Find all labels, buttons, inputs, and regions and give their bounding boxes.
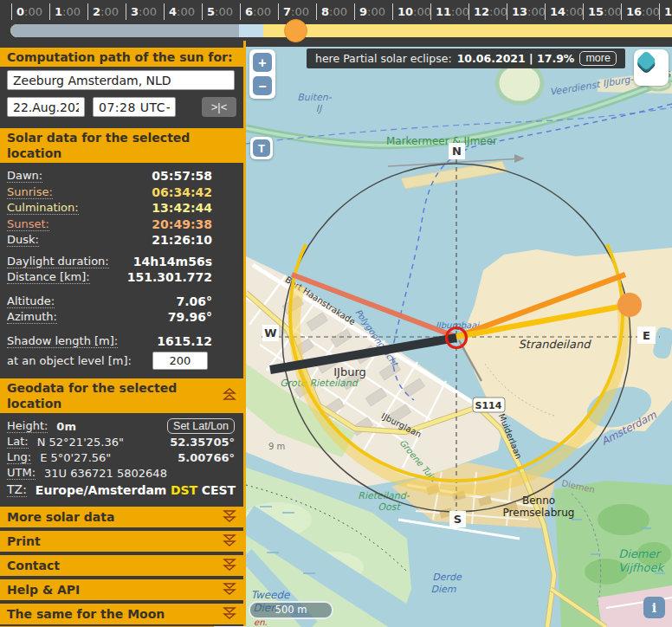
dusk-value: 21:26:10 <box>152 233 212 247</box>
eclipse-tooltip: here Partial solar eclipse: 10.06.2021 |… <box>307 48 625 68</box>
svg-text:Buiten-: Buiten- <box>297 92 333 103</box>
svg-text:IJburg: IJburg <box>333 365 366 378</box>
timeline-tick <box>659 3 660 20</box>
accordion-help-api[interactable]: Help & API <box>0 579 243 600</box>
accordion-label: Print <box>7 534 223 548</box>
sunset-value: 20:49:38 <box>152 217 212 231</box>
svg-text:Diemer: Diemer <box>618 547 662 560</box>
accordion-moon[interactable]: The same for the Moon <box>0 604 243 624</box>
timeline-label: 16:00 <box>626 5 660 18</box>
terrain-button[interactable]: T <box>253 139 270 157</box>
azimuth-row: Azimuth: 79.96° <box>0 309 243 326</box>
accordion-contact[interactable]: Contact <box>0 555 243 576</box>
accordion-label: More solar data <box>7 510 223 524</box>
set-now-button[interactable]: >|< <box>202 97 236 117</box>
computation-title: Computation path of the sun for: <box>7 49 236 65</box>
timeline-tick <box>507 3 507 20</box>
timeline-label: 0:00 <box>16 5 42 18</box>
time-slider-handle[interactable] <box>284 19 307 42</box>
timeline-tick <box>126 3 126 20</box>
date-input[interactable] <box>7 97 85 117</box>
tz-abbr: CEST <box>202 483 236 497</box>
dawn-value: 05:57:58 <box>152 169 212 183</box>
svg-text:W: W <box>264 326 276 339</box>
accordion-more-solar-data[interactable]: More solar data <box>0 507 243 527</box>
sun-disc[interactable] <box>617 293 642 317</box>
road-badge-s114: S114 <box>473 398 505 412</box>
distance-row: Distance [km]: 151.301.772 <box>0 269 243 286</box>
sunrise-label: Sunrise: <box>7 185 53 199</box>
timeline-tick <box>545 3 546 20</box>
timeline-tick <box>240 3 241 20</box>
timeline-label: 1:00 <box>55 5 81 18</box>
timeline-tick <box>49 3 50 20</box>
sunset-row: Sunset: 20:49:38 <box>0 217 243 233</box>
time-input[interactable] <box>93 97 176 117</box>
timeline-label: 15:00 <box>588 5 622 18</box>
altitude-row: Altitude: 7.06° <box>0 294 243 310</box>
more-button[interactable]: more <box>579 51 616 66</box>
eclipse-tooltip-value: 10.06.2021 | 17.9% <box>457 52 575 65</box>
svg-text:Vijfhoek: Vijfhoek <box>618 561 666 574</box>
lat-label: Lat: <box>7 435 29 449</box>
geodata-header[interactable]: Geodata for the selected location <box>0 378 243 413</box>
zoom-out-button[interactable]: − <box>253 76 272 95</box>
timeline-label: 6:00 <box>245 5 271 18</box>
utm-row: UTM: 31U 636721 5802648 <box>0 465 243 481</box>
timeline-label: 4:00 <box>169 5 195 18</box>
time-slider-track[interactable] <box>10 24 672 37</box>
sunset-label: Sunset: <box>7 217 49 231</box>
lng-row: Lng: E 5°0'27.56" 5.00766° <box>0 449 243 465</box>
svg-text:Oost: Oost <box>378 501 401 513</box>
map[interactable]: Buiten- IJ Veerdienst IJburg-Pampus Mark… <box>246 41 672 627</box>
svg-text:S114: S114 <box>475 400 502 411</box>
chevron-down-icon <box>223 509 236 526</box>
accordion-print[interactable]: Print <box>0 531 243 552</box>
timeline-label: 11:00 <box>436 5 469 18</box>
dusk-row: Dusk: 21:26:10 <box>0 232 243 249</box>
lat-dms: N 52°21'25.36" <box>37 436 124 449</box>
tz-row: TZ: Europe/Amsterdam DST CEST <box>0 481 243 499</box>
height-row: Height: 0m Set Lat/Lon <box>0 418 243 434</box>
eclipse-tooltip-prefix: here Partial solar eclipse: <box>315 52 452 65</box>
dusk-label: Dusk: <box>7 233 39 247</box>
culmination-value: 13:42:44 <box>152 201 212 215</box>
dawn-label: Dawn: <box>7 169 42 183</box>
timeline-label: 14:00 <box>550 5 584 18</box>
daylight-label: Daylight duration: <box>7 255 109 268</box>
zoom-in-button[interactable]: + <box>253 53 272 72</box>
chevron-down-icon <box>223 606 236 623</box>
sunrise-value: 06:34:42 <box>152 185 212 199</box>
zoom-control: + − <box>249 49 275 99</box>
tz-label: TZ: <box>7 482 27 497</box>
scale-bar: 500 m <box>249 601 333 619</box>
terrain-control: T <box>250 137 273 159</box>
night-track-segment <box>10 24 239 37</box>
accordion-label: Contact <box>7 559 223 572</box>
timeline-label: 17:00 <box>664 5 672 18</box>
location-input[interactable] <box>7 70 235 90</box>
solar-data-header: Solar data for the selected location <box>0 128 243 163</box>
solar-data-title: Solar data for the selected location <box>7 130 236 161</box>
timeline-label: 2:00 <box>93 5 119 18</box>
svg-text:Strandeiland: Strandeiland <box>519 338 592 351</box>
object-level-input[interactable] <box>152 352 208 370</box>
chevron-down-icon <box>223 582 236 598</box>
svg-text:N: N <box>452 145 462 158</box>
azimuth-value: 79.96° <box>168 310 212 324</box>
timeline-label: 3:00 <box>131 5 157 18</box>
collapse-up-icon[interactable] <box>223 388 236 404</box>
shadow-length-label: Shadow length [m]: <box>7 334 118 348</box>
layers-button[interactable] <box>634 49 669 86</box>
map-canvas[interactable]: Buiten- IJ Veerdienst IJburg-Pampus Mark… <box>246 41 672 627</box>
set-latlon-button[interactable]: Set Lat/Lon <box>167 418 235 434</box>
geodata-title: Geodata for the selected location <box>7 380 223 411</box>
culmination-label: Culmination: <box>7 201 79 215</box>
info-button[interactable]: i <box>643 597 665 618</box>
timeline-label: 13:00 <box>512 5 546 18</box>
shadow-length-row: Shadow length [m]: 1615.12 <box>0 333 243 350</box>
utm-value: 31U 636721 5802648 <box>44 467 167 480</box>
altitude-value: 7.06° <box>176 294 212 308</box>
sidebar: Computation path of the sun for: >|< Sol… <box>0 41 246 627</box>
lng-deg: 5.00766° <box>178 451 235 464</box>
